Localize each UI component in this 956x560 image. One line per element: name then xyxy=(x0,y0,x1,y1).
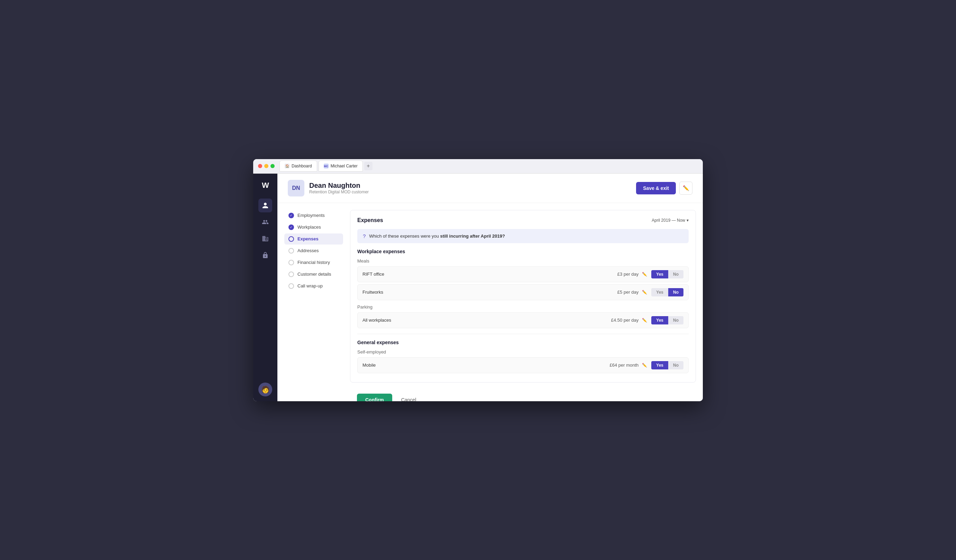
expense-row-all-workplaces: All workplaces £4.50 per day ✏️ Yes No xyxy=(357,312,689,328)
nav-item-expenses[interactable]: Expenses xyxy=(284,233,343,245)
confirm-button[interactable]: Confirm xyxy=(357,393,392,401)
tab-dashboard[interactable]: 🏠 Dashboard xyxy=(280,160,317,171)
sidebar-logo: W xyxy=(258,178,272,192)
yes-no-all-workplaces: Yes No xyxy=(651,316,684,324)
footer-actions: Confirm Cancel xyxy=(350,388,696,401)
nav-item-employments[interactable]: ✓ Employments xyxy=(284,210,343,221)
cancel-button[interactable]: Cancel xyxy=(396,393,421,401)
main-panel: Expenses April 2019 — Now ▾ ? Which of t… xyxy=(350,210,696,401)
yes-button-mobile[interactable]: Yes xyxy=(651,361,668,370)
dashboard-tab-icon: 🏠 xyxy=(285,164,289,168)
chevron-down-icon: ▾ xyxy=(687,218,689,223)
sidebar-icon-person[interactable] xyxy=(258,198,272,212)
yes-button-fruitworks[interactable]: Yes xyxy=(651,288,668,296)
yes-button-all-workplaces[interactable]: Yes xyxy=(651,316,668,324)
sidebar-icon-building[interactable] xyxy=(258,232,272,245)
expense-name-mobile: Mobile xyxy=(362,362,609,368)
nav-label-financial-history: Financial history xyxy=(297,260,330,265)
expense-amount-fruitworks: £5 per day xyxy=(617,289,638,295)
sidebar-icon-group[interactable] xyxy=(258,215,272,229)
main-layout: W 🧑 DN xyxy=(253,174,703,401)
nav-item-customer-details[interactable]: Customer details xyxy=(284,269,343,280)
maximize-dot[interactable] xyxy=(270,164,275,168)
expense-row-fruitworks: Fruitworks £5 per day ✏️ Yes No xyxy=(357,284,689,300)
self-employed-subsection-title: Self-employed xyxy=(357,349,689,354)
nav-circle-call-wrap-up xyxy=(288,283,294,289)
edit-fruitworks-icon[interactable]: ✏️ xyxy=(642,290,647,295)
expense-name-rift-office: RIFT office xyxy=(362,272,617,277)
save-exit-button[interactable]: Save & exit xyxy=(636,182,676,194)
nav-label-customer-details: Customer details xyxy=(297,272,331,277)
dashboard-tab-label: Dashboard xyxy=(292,164,312,168)
no-button-all-workplaces[interactable]: No xyxy=(668,316,684,324)
nav-item-financial-history[interactable]: Financial history xyxy=(284,257,343,268)
close-dot[interactable] xyxy=(258,164,262,168)
yes-no-rift-office: Yes No xyxy=(651,270,684,278)
date-range-text: April 2019 — Now xyxy=(652,218,685,223)
page-header: DN Dean Naughton Retention Digital MOD c… xyxy=(277,174,703,203)
nav-circle-expenses xyxy=(288,236,294,242)
nav-item-addresses[interactable]: Addresses xyxy=(284,245,343,256)
content-area: DN Dean Naughton Retention Digital MOD c… xyxy=(277,174,703,401)
nav-label-expenses: Expenses xyxy=(297,236,319,241)
title-bar: 🏠 Dashboard MC Michael Carter + xyxy=(253,159,703,174)
expense-name-all-workplaces: All workplaces xyxy=(362,318,611,323)
nav-item-workplaces[interactable]: ✓ Workplaces xyxy=(284,222,343,233)
sidebar: W 🧑 xyxy=(253,174,277,401)
edit-icon-button[interactable]: ✏️ xyxy=(679,182,692,195)
yes-no-fruitworks: Yes No xyxy=(651,288,684,296)
no-button-fruitworks[interactable]: No xyxy=(668,288,684,296)
nav-circle-addresses xyxy=(288,248,294,253)
expense-name-fruitworks: Fruitworks xyxy=(362,289,617,295)
general-section-title: General expenses xyxy=(357,340,689,345)
user-avatar: DN xyxy=(288,180,304,197)
nav-label-employments: Employments xyxy=(297,213,325,218)
michael-carter-tab-label: Michael Carter xyxy=(331,164,358,168)
expense-row-mobile: Mobile £64 per month ✏️ Yes No xyxy=(357,357,689,373)
info-banner: ? Which of these expenses were you still… xyxy=(357,229,689,243)
nav-circle-customer-details xyxy=(288,272,294,277)
nav-label-workplaces: Workplaces xyxy=(297,225,321,230)
yes-button-rift-office[interactable]: Yes xyxy=(651,270,668,278)
nav-check-employments: ✓ xyxy=(288,213,294,218)
section-divider xyxy=(357,334,689,334)
yes-no-mobile: Yes No xyxy=(651,361,684,370)
nav-circle-financial-history xyxy=(288,260,294,265)
meals-subsection-title: Meals xyxy=(357,258,689,264)
user-info: DN Dean Naughton Retention Digital MOD c… xyxy=(288,180,369,197)
sidebar-user-avatar[interactable]: 🧑 xyxy=(258,382,272,396)
add-tab-button[interactable]: + xyxy=(364,162,373,170)
expenses-card-header: Expenses April 2019 — Now ▾ xyxy=(357,217,689,223)
nav-label-addresses: Addresses xyxy=(297,248,319,253)
expense-row-rift-office: RIFT office £3 per day ✏️ Yes No xyxy=(357,266,689,282)
nav-panel: ✓ Employments ✓ Workplaces Expenses Addr… xyxy=(284,210,343,401)
expense-amount-rift-office: £3 per day xyxy=(617,272,638,277)
expense-amount-mobile: £64 per month xyxy=(609,362,638,368)
michael-carter-tab-icon: MC xyxy=(324,164,329,168)
user-details: Dean Naughton Retention Digital MOD cust… xyxy=(309,182,369,194)
edit-all-workplaces-icon[interactable]: ✏️ xyxy=(642,318,647,323)
no-button-rift-office[interactable]: No xyxy=(668,270,684,278)
parking-subsection-title: Parking xyxy=(357,304,689,310)
user-subtitle: Retention Digital MOD customer xyxy=(309,190,369,194)
sidebar-icon-lock[interactable] xyxy=(258,249,272,262)
tab-michael-carter[interactable]: MC Michael Carter xyxy=(319,160,363,171)
minimize-dot[interactable] xyxy=(264,164,268,168)
nav-label-call-wrap-up: Call wrap-up xyxy=(297,283,323,288)
nav-check-workplaces: ✓ xyxy=(288,225,294,230)
info-text: Which of these expenses were you still i… xyxy=(369,233,505,239)
window-controls xyxy=(253,164,280,168)
edit-rift-office-icon[interactable]: ✏️ xyxy=(642,272,647,277)
tab-bar: 🏠 Dashboard MC Michael Carter + xyxy=(280,160,703,171)
no-button-mobile[interactable]: No xyxy=(668,361,684,370)
expenses-card: Expenses April 2019 — Now ▾ ? Which of t… xyxy=(350,210,696,382)
user-name: Dean Naughton xyxy=(309,182,369,190)
workplace-section-title: Workplace expenses xyxy=(357,249,689,254)
question-icon: ? xyxy=(363,233,366,239)
edit-mobile-icon[interactable]: ✏️ xyxy=(642,363,647,368)
body-layout: ✓ Employments ✓ Workplaces Expenses Addr… xyxy=(277,203,703,401)
nav-item-call-wrap-up[interactable]: Call wrap-up xyxy=(284,280,343,292)
expenses-title: Expenses xyxy=(357,217,383,223)
expense-amount-all-workplaces: £4.50 per day xyxy=(611,318,639,323)
date-range-badge: April 2019 — Now ▾ xyxy=(652,218,689,223)
